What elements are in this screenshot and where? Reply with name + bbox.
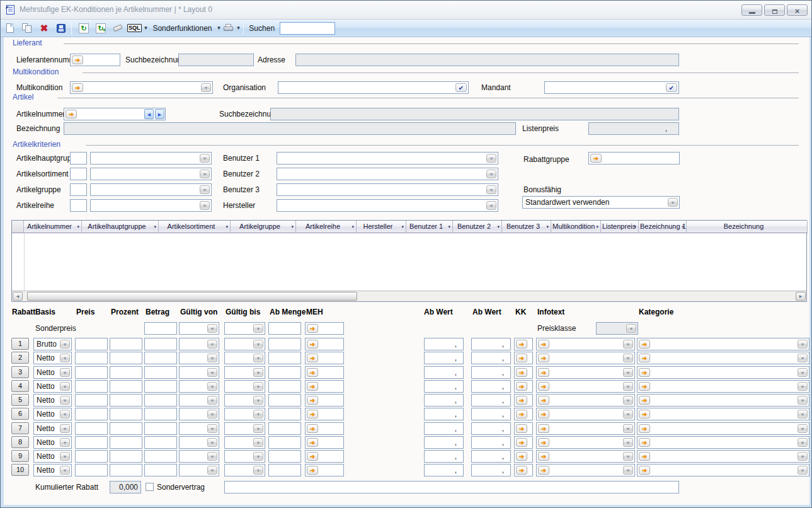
ab-menge-input[interactable] <box>268 338 301 350</box>
chevron-down-icon[interactable]: ▾ <box>253 382 263 391</box>
delete-button[interactable]: ✖ <box>37 21 52 36</box>
ab-wert-1-input[interactable]: , <box>424 450 464 463</box>
kk-input[interactable]: ➔ <box>514 338 533 350</box>
kategorie-combo[interactable]: ➔▾ <box>637 380 809 393</box>
kriterien-mid-combo[interactable]: ▾ <box>277 152 498 165</box>
betrag-input[interactable] <box>144 366 177 379</box>
kriterien-code-input[interactable] <box>70 168 87 180</box>
chevron-down-icon[interactable]: ▾ <box>253 410 263 419</box>
row-number-button[interactable]: 3 <box>11 366 29 378</box>
basis-combo[interactable]: Netto▾ <box>33 464 72 476</box>
grid-column-header-12[interactable]: Bezeichnung 1▾ <box>639 221 687 233</box>
chevron-down-icon[interactable]: ▾ <box>623 424 633 433</box>
chevron-down-icon[interactable]: ▾ <box>798 340 808 349</box>
gueltig-bis-combo[interactable]: ▾ <box>224 436 265 449</box>
sonderpreis-gueltig-bis-combo[interactable]: ▾ <box>224 322 265 335</box>
organisation-combo[interactable]: ✔ <box>278 81 469 94</box>
ab-wert-1-input[interactable]: , <box>424 366 464 379</box>
kategorie-combo[interactable]: ➔▾ <box>637 450 809 463</box>
chevron-down-icon[interactable]: ▾ <box>798 452 808 461</box>
chevron-down-icon[interactable]: ▾ <box>253 466 263 475</box>
rabattgruppe-input[interactable]: ➔ <box>588 152 680 165</box>
prozent-input[interactable] <box>110 436 142 449</box>
chevron-down-icon[interactable]: ▾ <box>253 396 263 405</box>
betrag-input[interactable] <box>144 380 177 393</box>
maximize-button[interactable] <box>764 4 785 16</box>
lieferantennummer-input[interactable]: ➔ <box>70 54 120 66</box>
chevron-down-icon[interactable]: ▾ <box>253 368 263 377</box>
chevron-down-icon[interactable]: ▾ <box>401 224 404 229</box>
artikelnummer-input[interactable]: ➔ ◀ ▶ <box>64 108 166 120</box>
chevron-down-icon[interactable]: ▾ <box>798 396 808 405</box>
kategorie-combo[interactable]: ➔▾ <box>637 436 809 449</box>
grid-horizontal-scrollbar[interactable]: ◀ ▶ <box>12 291 806 301</box>
gueltig-von-combo[interactable]: ▾ <box>179 464 219 476</box>
lookup-arrow-icon[interactable]: ➔ <box>639 438 650 447</box>
lookup-arrow-icon[interactable]: ➔ <box>516 410 527 419</box>
lookup-arrow-icon[interactable]: ➔ <box>538 396 549 405</box>
ab-wert-2-input[interactable]: , <box>471 408 511 420</box>
lookup-arrow-icon[interactable]: ➔ <box>639 368 650 377</box>
ab-wert-2-input[interactable]: , <box>471 450 511 463</box>
meh-input[interactable]: ➔ <box>305 422 344 435</box>
gueltig-bis-combo[interactable]: ▾ <box>224 422 265 435</box>
preis-input[interactable] <box>75 394 108 407</box>
preis-input[interactable] <box>75 464 108 476</box>
chevron-down-icon[interactable]: ▾ <box>60 354 70 362</box>
grid-column-header-2[interactable]: Artikelhauptgruppe▾ <box>82 221 159 233</box>
infotext-combo[interactable]: ➔▾ <box>536 366 635 379</box>
lookup-arrow-icon[interactable]: ➔ <box>639 466 650 475</box>
refresh-all-button[interactable]: ↻ <box>93 21 108 36</box>
row-number-button[interactable]: 7 <box>11 422 29 434</box>
grid-column-header-1[interactable]: Artikelnummer▾ <box>24 221 82 233</box>
gueltig-von-combo[interactable]: ▾ <box>179 408 219 420</box>
chevron-down-icon[interactable]: ▾ <box>60 410 70 419</box>
kk-input[interactable]: ➔ <box>514 408 533 420</box>
ab-wert-1-input[interactable]: , <box>424 380 464 393</box>
betrag-input[interactable] <box>144 338 177 350</box>
meh-input[interactable]: ➔ <box>305 380 344 393</box>
lookup-arrow-icon[interactable]: ➔ <box>538 452 549 461</box>
gueltig-bis-combo[interactable]: ▾ <box>224 352 265 364</box>
new-button[interactable] <box>3 21 18 36</box>
chevron-down-icon[interactable]: ▾ <box>207 438 217 447</box>
ab-wert-1-input[interactable]: , <box>424 408 464 420</box>
chevron-down-icon[interactable]: ▾ <box>486 185 496 194</box>
chevron-down-icon[interactable]: ▾ <box>486 154 496 163</box>
ab-wert-1-input[interactable]: , <box>424 352 464 364</box>
search-input[interactable] <box>280 22 335 35</box>
row-number-button[interactable]: 5 <box>11 394 29 406</box>
ab-wert-1-input[interactable]: , <box>424 436 464 449</box>
scrollbar-thumb[interactable] <box>27 292 357 301</box>
betrag-input[interactable] <box>144 436 177 449</box>
kriterien-combo[interactable]: ▾ <box>90 199 212 212</box>
sonderpreis-betrag-input[interactable] <box>144 322 177 335</box>
kriterien-code-input[interactable] <box>70 183 87 196</box>
lookup-arrow-icon[interactable]: ➔ <box>538 368 549 377</box>
kriterien-code-input[interactable] <box>70 199 87 212</box>
row-number-button[interactable]: 8 <box>11 436 29 448</box>
bonusfaehig-combo[interactable]: Standardwert verwenden ▾ <box>522 196 680 209</box>
lookup-arrow-icon[interactable]: ➔ <box>307 340 318 349</box>
chevron-down-icon[interactable]: ▾ <box>207 452 217 461</box>
lookup-arrow-icon[interactable]: ➔ <box>516 452 527 461</box>
infotext-combo[interactable]: ➔▾ <box>536 450 635 463</box>
kategorie-combo[interactable]: ➔▾ <box>637 464 809 476</box>
lookup-arrow-icon[interactable]: ➔ <box>590 154 602 163</box>
check-icon[interactable]: ✔ <box>666 83 677 92</box>
refresh-button[interactable]: ↻ <box>76 21 91 36</box>
chevron-down-icon[interactable]: ▾ <box>207 410 217 419</box>
betrag-input[interactable] <box>144 450 177 463</box>
chevron-down-icon[interactable]: ▾ <box>253 438 263 447</box>
chevron-down-icon[interactable]: ▾ <box>352 224 354 229</box>
betrag-input[interactable] <box>144 394 177 407</box>
gueltig-von-combo[interactable]: ▾ <box>179 422 219 435</box>
minimize-button[interactable] <box>741 4 762 16</box>
chevron-down-icon[interactable]: ▾ <box>60 452 70 461</box>
gueltig-von-combo[interactable]: ▾ <box>179 394 219 407</box>
gueltig-bis-combo[interactable]: ▾ <box>224 366 265 379</box>
kk-input[interactable]: ➔ <box>514 352 533 364</box>
lookup-arrow-icon[interactable]: ➔ <box>307 424 318 433</box>
gueltig-bis-combo[interactable]: ▾ <box>224 464 265 476</box>
chevron-down-icon[interactable]: ▾ <box>668 198 678 207</box>
